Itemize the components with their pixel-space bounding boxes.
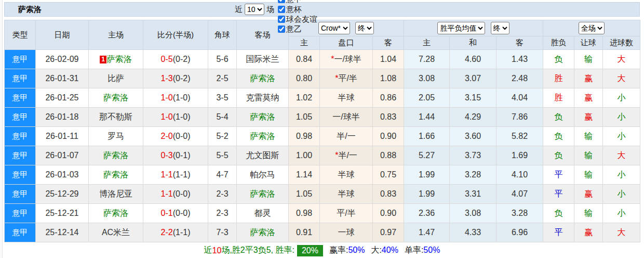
result-scope-select[interactable]: 全场 (579, 22, 605, 34)
avg-draw: 3.28 (465, 170, 481, 179)
filter-label: 意乙 (286, 24, 302, 34)
goals-value: 大 (618, 55, 626, 63)
score-cell: 2-2(1-1) (143, 223, 208, 242)
handicap-result-cell: 输 (574, 165, 603, 185)
goals-value: 小 (618, 93, 626, 102)
avg-type-select[interactable]: 胜平负均值 (437, 22, 485, 34)
league-filter[interactable]: 意杯 (274, 5, 317, 15)
league-cell: 意甲 (5, 50, 36, 69)
avg-home: 2.05 (419, 93, 435, 102)
home-odds-cell: 0.98 (289, 127, 320, 146)
filter-controls: 近 10 场 同客意甲意杯球会友谊意乙 (235, 0, 317, 34)
league-cell: 意甲 (5, 127, 36, 146)
filter-checkbox[interactable] (278, 16, 285, 23)
avg-draw-cell: 3.73 (450, 146, 497, 165)
goals-cell: 小 (603, 88, 640, 108)
league-cell: 意甲 (5, 88, 36, 108)
stat-value: 50% (348, 246, 365, 254)
score-cell: 0-5(0-2) (143, 50, 208, 69)
away-team-name: 帕尔马 (250, 170, 275, 179)
avg-draw-cell: 3.60 (450, 127, 497, 146)
filter-checkbox[interactable] (278, 25, 285, 33)
away-team-name: 萨索洛 (250, 112, 275, 121)
avg-away-cell: 2.48 (497, 69, 543, 88)
away-odds: 0.83 (380, 112, 396, 121)
away-team-cell: 萨索洛 (237, 127, 289, 146)
league-filter[interactable]: 意乙 (274, 24, 317, 34)
home-team-name: 博洛尼亚 (99, 189, 132, 198)
col-header-type: 类型 (5, 20, 36, 50)
avg-away: 6.96 (512, 228, 528, 237)
avg-home-cell: 1.99 (404, 185, 450, 204)
avg-draw: 4.33 (465, 228, 481, 237)
home-team-cell: 博洛尼亚 (89, 185, 143, 204)
away-odds-cell: 0.83 (373, 108, 404, 127)
corners-value: 5-5 (216, 151, 228, 160)
avg-home: 7.28 (419, 55, 435, 63)
avg-away-cell: 7.86 (497, 108, 543, 127)
score-cell: 0-3(0-1) (143, 146, 208, 165)
away-odds: 1.08 (380, 74, 396, 83)
handicap-cell: 半球 (320, 185, 373, 204)
half-score: (0-2) (173, 74, 191, 83)
avg-away-cell: 4.10 (497, 165, 543, 185)
handicap-cell: 一/球半 (320, 108, 373, 127)
league-filter[interactable]: 球会友谊 (274, 15, 317, 24)
away-odds-cell: 0.90 (373, 204, 404, 223)
corners-value: 2-3 (216, 209, 228, 217)
home-odds-cell: 0.80 (289, 69, 320, 88)
league-name: 意甲 (12, 189, 28, 198)
match-stats-panel: 萨索洛 近 10 场 同客意甲意杯球会友谊意乙 类型 日期 主场 比分(半场) … (4, 2, 640, 258)
handicap-text: 一/球半 (334, 55, 361, 63)
away-odds: 0.88 (380, 151, 396, 160)
outcome-cell: 负 (543, 146, 574, 165)
league-name: 意甲 (12, 74, 28, 83)
filter-checkbox[interactable] (278, 0, 285, 3)
league-cell: 意甲 (5, 146, 36, 165)
summary-stat: 大:40% (371, 246, 398, 254)
avg-home: 3.08 (419, 74, 435, 83)
goals-cell: 大 (603, 69, 640, 88)
home-odds: 1.00 (296, 151, 312, 160)
away-odds-cell: 0.88 (373, 146, 404, 165)
league-filter[interactable]: 意甲 (274, 0, 317, 5)
handicap-result-cell: 输 (574, 146, 603, 165)
avg-draw: 3.60 (465, 132, 481, 140)
filter-label: 意杯 (286, 5, 302, 15)
avg-status-select[interactable]: 终 (491, 22, 509, 34)
outcome-cell: 负 (543, 127, 574, 146)
handicap-result-value: 赢 (584, 112, 593, 121)
away-odds-cell: 0.83 (373, 185, 404, 204)
away-odds-cell: 0.86 (373, 88, 404, 108)
handicap-text: 半/一 (338, 151, 357, 160)
match-row: 意甲26-01-18那不勒斯1-0(1-0)5-4萨索洛1.05一/球半0.83… (5, 108, 640, 127)
date-cell: 26-02-09 (36, 50, 89, 69)
avg-draw: 4.29 (465, 112, 481, 121)
away-team-name: 尤文图斯 (246, 151, 279, 160)
away-team-name: 萨索洛 (250, 189, 275, 198)
handicap-text: 半球 (338, 189, 355, 198)
header-group-row: 类型 日期 主场 比分(半场) 角球 客场 Crow* 终 胜平负均值 终 全场 (5, 20, 640, 36)
score-cell: 1-0(1-0) (143, 108, 208, 127)
avg-home: 1.99 (419, 189, 435, 198)
match-row: 意甲25-12-21萨索洛0-1(0-0)2-3都灵0.98平/半0.902.3… (5, 204, 640, 223)
home-odds: 0.91 (296, 228, 312, 237)
filter-label: 球会友谊 (286, 15, 317, 24)
avg-draw: 4.60 (465, 55, 481, 63)
home-odds: 0.84 (296, 55, 312, 63)
summary-record: 场,胜2平3负5, 胜率: (221, 245, 294, 256)
avg-draw-cell: 3.31 (450, 185, 497, 204)
away-team-cell: 萨索洛 (237, 108, 289, 127)
odds-company-select[interactable]: Crow* (318, 22, 350, 34)
col-header-outcome: 胜负 (543, 36, 574, 50)
goals-value: 大 (618, 151, 626, 160)
recent-count-select[interactable]: 10 (245, 4, 264, 15)
odds-status-select[interactable]: 终 (355, 22, 374, 34)
corners-cell: 2-3 (208, 185, 237, 204)
filter-checkbox[interactable] (278, 6, 285, 13)
full-score: 2-0 (161, 132, 173, 140)
handicap-text: 半球 (338, 170, 355, 179)
summary-stat: 赢率:50% (329, 246, 365, 254)
outcome-cell: 平 (543, 185, 574, 204)
corners-value: 5-2 (216, 132, 228, 140)
